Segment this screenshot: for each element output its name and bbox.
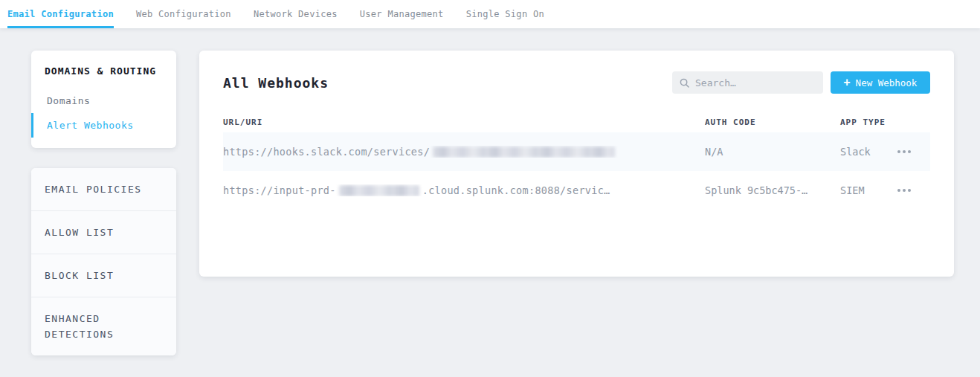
tab-web-configuration[interactable]: Web Configuration <box>136 0 231 28</box>
row-menu-button[interactable] <box>896 183 917 198</box>
table-row: https://input-prd- .cloud.splunk.com:808… <box>223 171 930 210</box>
tab-user-management[interactable]: User Management <box>360 0 444 28</box>
domains-routing-heading: DOMAINS & ROUTING <box>31 65 176 77</box>
sidebar: DOMAINS & ROUTING Domains Alert Webhooks… <box>31 51 176 355</box>
sidebar-item-allow-list[interactable]: ALLOW LIST <box>31 211 176 254</box>
tab-single-sign-on[interactable]: Single Sign On <box>466 0 544 28</box>
table-row: https://hooks.slack.com/services/ N/A Sl… <box>223 132 930 171</box>
plus-icon: + <box>844 77 851 88</box>
webhooks-panel: All Webhooks + New Webhook URL/URI AUTH … <box>199 51 954 277</box>
webhook-url-text: https://input-prd- <box>223 184 336 196</box>
webhook-url-cell: https://input-prd- .cloud.splunk.com:808… <box>223 184 705 196</box>
panel-header: All Webhooks + New Webhook <box>223 71 930 94</box>
sidebar-item-enhanced-detections[interactable]: ENHANCED DETECTIONS <box>31 297 176 355</box>
top-navigation: Email Configuration Web Configuration Ne… <box>0 0 980 28</box>
app-type-cell: SIEM <box>840 184 896 196</box>
table-header-row: URL/URI AUTH CODE APP TYPE <box>223 112 930 132</box>
webhook-url-text: https://hooks.slack.com/services/ <box>223 146 430 158</box>
auth-code-cell: N/A <box>705 146 840 158</box>
search-input[interactable] <box>695 77 816 88</box>
search-icon <box>680 78 689 88</box>
new-webhook-button-label: New Webhook <box>856 77 918 88</box>
webhook-url-text: .cloud.splunk.com:8088/servic… <box>422 184 610 196</box>
app-type-cell: Slack <box>840 146 896 158</box>
redacted-blur <box>433 146 615 158</box>
sidebar-item-block-list[interactable]: BLOCK LIST <box>31 254 176 297</box>
auth-code-cell: Splunk 9c5bc475-… <box>705 184 840 196</box>
tab-network-devices[interactable]: Network Devices <box>254 0 338 28</box>
webhook-url-cell: https://hooks.slack.com/services/ <box>223 146 705 158</box>
row-menu-button[interactable] <box>896 144 917 159</box>
email-sections-card: EMAIL POLICIES ALLOW LIST BLOCK LIST ENH… <box>31 168 176 355</box>
domains-routing-card: DOMAINS & ROUTING Domains Alert Webhooks <box>31 51 176 148</box>
page-title: All Webhooks <box>223 75 329 91</box>
tab-email-configuration[interactable]: Email Configuration <box>7 0 114 28</box>
page-body: DOMAINS & ROUTING Domains Alert Webhooks… <box>0 28 980 355</box>
new-webhook-button[interactable]: + New Webhook <box>831 71 930 94</box>
column-header-auth-code: AUTH CODE <box>705 117 840 127</box>
search-box <box>672 71 823 94</box>
sidebar-item-alert-webhooks[interactable]: Alert Webhooks <box>31 113 176 138</box>
redacted-blur <box>339 185 419 196</box>
sidebar-item-email-policies[interactable]: EMAIL POLICIES <box>31 168 176 211</box>
sidebar-item-domains[interactable]: Domains <box>31 88 176 113</box>
ellipsis-icon <box>897 189 900 192</box>
column-header-url: URL/URI <box>223 117 705 127</box>
ellipsis-icon <box>897 150 900 153</box>
column-header-app-type: APP TYPE <box>840 117 896 127</box>
webhooks-table: URL/URI AUTH CODE APP TYPE https://hooks… <box>223 112 930 210</box>
